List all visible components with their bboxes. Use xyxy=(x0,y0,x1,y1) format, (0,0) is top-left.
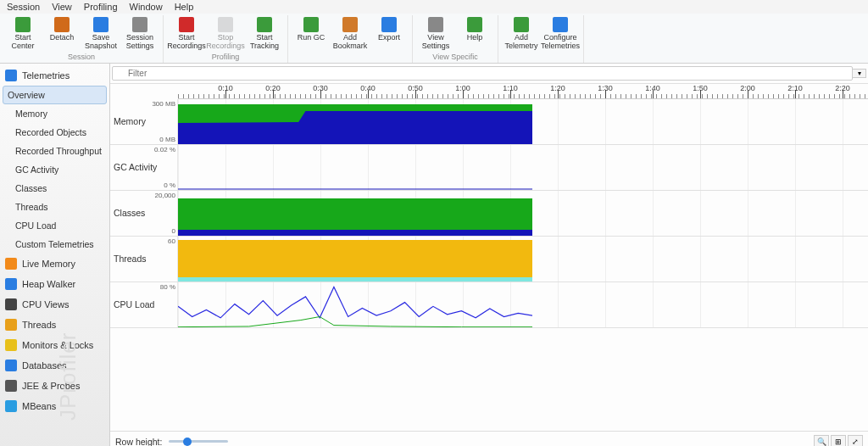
menu-session[interactable]: Session xyxy=(7,2,40,12)
tick-label: 0:30 xyxy=(313,84,328,92)
start-center-icon xyxy=(15,17,31,32)
row-label: GC Activity xyxy=(114,162,157,172)
run-gc-button[interactable]: Run GC xyxy=(292,15,331,53)
menubar: SessionViewProfilingWindowHelp xyxy=(0,0,868,14)
row-gc-activity[interactable]: GC Activity0.02 %0 % xyxy=(110,145,868,191)
menu-window[interactable]: Window xyxy=(130,2,163,12)
add-bookmark-icon xyxy=(342,17,358,32)
sidebar-item-cpu-load[interactable]: CPU Load xyxy=(0,216,109,235)
help-button[interactable]: Help xyxy=(455,15,494,53)
sidebar-item-threads[interactable]: Threads xyxy=(0,198,109,216)
add-telemetry-button[interactable]: Add Telemetry xyxy=(502,15,541,53)
timeline-ruler: 0:100:200:300:400:501:001:101:201:301:40… xyxy=(178,84,868,99)
save-snapshot-button[interactable]: Save Snapshot xyxy=(81,15,120,53)
status-icons: 🔍 ⊞ ⤢ xyxy=(814,435,863,446)
sidebar-item-threads-main[interactable]: Threads xyxy=(0,315,109,335)
tick-label: 1:20 xyxy=(550,84,565,92)
add-telemetry-icon xyxy=(514,17,529,32)
sidebar-item-memory[interactable]: Memory xyxy=(0,104,109,123)
toolbar: Start CenterDetachSave SnapshotSession S… xyxy=(0,14,868,64)
stop-recordings-button: Stop Recordings xyxy=(206,15,245,53)
databases-icon xyxy=(5,360,17,371)
row-label: Classes xyxy=(114,208,145,218)
chart-rows: Memory300 MB0 MB GC Activity0.02 %0 %Cla… xyxy=(110,99,868,431)
tick-label: 1:00 xyxy=(455,84,470,92)
row-memory[interactable]: Memory300 MB0 MB xyxy=(110,99,868,145)
tick-label: 1:10 xyxy=(503,84,518,92)
tick-label: 1:50 xyxy=(693,84,708,92)
menu-profiling[interactable]: Profiling xyxy=(84,2,118,12)
detach-icon xyxy=(54,17,70,32)
filter-input[interactable] xyxy=(112,66,853,81)
row-label: CPU Load xyxy=(114,299,154,309)
session-settings-button[interactable]: Session Settings xyxy=(120,15,159,53)
stop-recordings-icon xyxy=(218,17,233,32)
tick-label: 2:20 xyxy=(835,84,850,92)
svg-rect-5 xyxy=(178,277,532,282)
start-tracking-button[interactable]: Start Tracking xyxy=(245,15,284,53)
view-settings-button[interactable]: View Settings xyxy=(416,15,455,53)
view-settings-icon xyxy=(428,17,443,32)
export-icon xyxy=(381,17,397,32)
zoom-icon[interactable]: 🔍 xyxy=(814,435,829,446)
sidebar-item-cpu-views[interactable]: CPU Views xyxy=(0,294,109,315)
tick-label: 0:20 xyxy=(265,84,281,92)
fit-icon[interactable]: ⊞ xyxy=(831,435,846,446)
sidebar-item-databases[interactable]: Databases xyxy=(0,355,109,376)
filter-bar: ▾ xyxy=(110,64,868,84)
export-button[interactable]: Export xyxy=(370,15,409,53)
menu-help[interactable]: Help xyxy=(175,2,194,12)
row-height-slider[interactable] xyxy=(169,440,228,443)
sidebar-item-mbeans[interactable]: MBeans xyxy=(0,396,109,416)
row-classes[interactable]: Classes20,0000 xyxy=(110,191,868,237)
live-memory-icon xyxy=(5,258,17,270)
tick-label: 1:30 xyxy=(598,84,613,92)
sidebar-item-overview[interactable]: Overview xyxy=(3,86,107,104)
svg-rect-3 xyxy=(178,230,532,236)
threads-main-icon xyxy=(5,319,17,331)
cpu-views-icon xyxy=(5,298,17,310)
configure-telemetries-icon xyxy=(553,17,568,32)
start-recordings-icon xyxy=(179,17,194,32)
menu-view[interactable]: View xyxy=(52,2,72,12)
configure-telemetries-button[interactable]: Configure Telemetries xyxy=(541,15,580,53)
heap-walker-icon xyxy=(5,278,17,290)
sidebar-item-telemetries[interactable]: Telemetries xyxy=(0,65,109,86)
expand-icon[interactable]: ⤢ xyxy=(848,435,863,446)
save-snapshot-icon xyxy=(93,17,108,32)
start-recordings-button[interactable]: Start Recordings xyxy=(167,15,206,53)
jee-probes-icon xyxy=(5,380,17,392)
telemetries-icon xyxy=(5,70,17,81)
tick-label: 1:40 xyxy=(645,84,660,92)
run-gc-icon xyxy=(303,17,319,32)
start-center-button[interactable]: Start Center xyxy=(3,15,42,53)
tick-label: 2:00 xyxy=(740,84,755,92)
sidebar-item-heap-walker[interactable]: Heap Walker xyxy=(0,274,109,294)
tick-label: 0:50 xyxy=(408,84,423,92)
start-tracking-icon xyxy=(257,17,272,32)
monitors-locks-icon xyxy=(5,339,17,351)
sidebar: TelemetriesOverviewMemoryRecorded Object… xyxy=(0,64,110,446)
session-settings-icon xyxy=(132,17,147,32)
sidebar-item-custom-telemetries[interactable]: Custom Telemetries xyxy=(0,235,109,254)
sidebar-item-jee-probes[interactable]: JEE & Probes xyxy=(0,376,109,396)
content-area: ▾ 0:100:200:300:400:501:001:101:201:301:… xyxy=(110,64,868,446)
filter-dropdown[interactable]: ▾ xyxy=(853,69,866,78)
tick-label: 0:40 xyxy=(360,84,376,92)
sidebar-item-monitors-locks[interactable]: Monitors & Locks xyxy=(0,335,109,355)
row-cpu-load[interactable]: CPU Load80 % xyxy=(110,282,868,328)
row-threads[interactable]: Threads60 xyxy=(110,237,868,282)
detach-button[interactable]: Detach xyxy=(42,15,81,53)
sidebar-item-recorded-objects[interactable]: Recorded Objects xyxy=(0,123,109,142)
row-label: Threads xyxy=(114,254,147,264)
tick-label: 2:10 xyxy=(787,84,803,92)
sidebar-item-recorded-throughput[interactable]: Recorded Throughput xyxy=(0,142,109,160)
sidebar-item-classes[interactable]: Classes xyxy=(0,179,109,198)
sidebar-item-live-memory[interactable]: Live Memory xyxy=(0,254,109,274)
mbeans-icon xyxy=(5,400,17,412)
add-bookmark-button[interactable]: Add Bookmark xyxy=(331,15,370,53)
svg-rect-4 xyxy=(178,240,532,282)
help-icon xyxy=(467,17,482,32)
sidebar-item-gc-activity[interactable]: GC Activity xyxy=(0,160,109,179)
footer: Row height: 🔍 ⊞ ⤢ xyxy=(110,431,868,446)
